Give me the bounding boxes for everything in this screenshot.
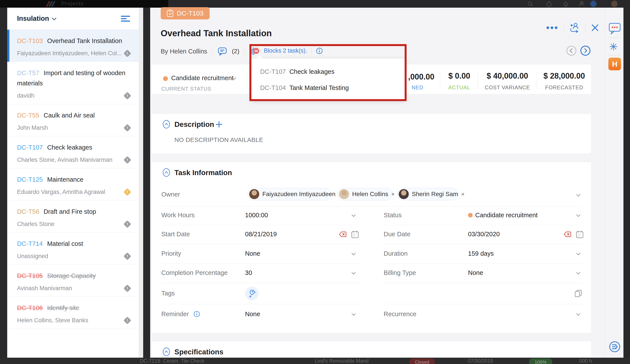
next-task-button[interactable] (580, 45, 591, 56)
task-list-item[interactable]: DC-T714Material costUnassigned! (7, 232, 143, 265)
task-list-item[interactable]: DC-T125MaintenanceEduardo Vargas, Amrith… (7, 168, 143, 200)
divider (312, 48, 312, 54)
field-value[interactable]: Candidate recruitment (475, 212, 538, 219)
bell-icon[interactable] (563, 1, 569, 7)
calendar-icon[interactable] (576, 230, 584, 239)
task-id: DC-T125 (17, 176, 43, 183)
comments-panel-icon[interactable] (608, 23, 621, 34)
calendar-icon[interactable] (351, 230, 359, 239)
remove-owner-icon[interactable]: × (391, 191, 394, 198)
field-value[interactable]: 1000:00 (245, 212, 268, 219)
list-menu-button[interactable] (121, 14, 130, 23)
collapse-section-icon[interactable] (162, 348, 170, 356)
task-list-item[interactable]: DC-T55Caulk and Air sealJohn Marsh! (7, 104, 143, 136)
comment-count[interactable]: (2) (232, 48, 239, 55)
chevron-down-icon[interactable] (352, 213, 356, 217)
chevron-down-icon[interactable] (576, 251, 580, 255)
avatar[interactable] (590, 1, 596, 7)
task-assignees: Charles Stone, Avinash Manivarman (17, 157, 112, 163)
task-line: DC-T55Caulk and Air seal (17, 110, 131, 121)
collapse-section-icon[interactable] (162, 120, 170, 129)
clear-date-icon[interactable] (339, 231, 346, 239)
chevron-down-icon (52, 15, 56, 20)
add-description-icon[interactable] (215, 121, 223, 128)
sidebar-scrollbar[interactable] (139, 8, 143, 358)
task-list-item[interactable]: DC-T57Import and testing of wooden mater… (7, 62, 143, 104)
timer-icon[interactable] (546, 1, 552, 7)
divider (564, 24, 564, 31)
task-id-badge-label: DC-T103 (177, 9, 204, 17)
remove-owner-icon[interactable]: × (461, 191, 464, 198)
field-value[interactable]: None (468, 269, 483, 276)
divider (384, 263, 582, 264)
blocked-task-row[interactable]: DC-T104Tank Material Testing (260, 84, 349, 91)
blocked-task-id: DC-T104 (260, 84, 286, 91)
clear-date-icon[interactable] (564, 231, 571, 239)
chevron-down-icon[interactable] (576, 213, 580, 217)
more-actions-icon[interactable] (546, 26, 558, 29)
bg-task-id: DC-T219 Ceram. Tile Check (140, 358, 204, 364)
blocks-indicator[interactable]: Blocks 2 task(s). (253, 47, 323, 54)
settings-icon[interactable] (578, 1, 584, 7)
description-heading: Description (174, 120, 214, 129)
planned-cost-fragment: ,000.00 (408, 72, 434, 81)
h-app-icon[interactable]: H (608, 58, 621, 70)
previous-task-button[interactable] (566, 45, 577, 56)
priority-flag-icon: ! (124, 252, 131, 260)
assign-workflow-icon[interactable] (570, 23, 580, 33)
apps-icon[interactable]: ✳ (609, 41, 618, 53)
task-meta: Eduardo Vargas, Amritha Agrawal! (17, 189, 131, 195)
field-value[interactable]: 03/30/2020 (468, 231, 500, 238)
collapse-section-icon[interactable] (162, 168, 170, 177)
chevron-down-icon[interactable] (576, 312, 580, 316)
task-author: By Helen Collins (161, 48, 207, 55)
chevron-down-icon[interactable] (352, 251, 356, 255)
field-value[interactable]: 08/21/2019 (245, 231, 277, 238)
field-value[interactable]: 30 (245, 269, 252, 276)
task-list-selector[interactable]: Insulation (17, 15, 56, 22)
chevron-down-icon[interactable] (352, 312, 356, 316)
field-label: Work Hours (161, 212, 195, 219)
task-meta: Avinash Manivarman! (17, 285, 131, 292)
task-id-badge: DC-T103 (161, 7, 210, 19)
priority-flag-icon: ! (124, 317, 131, 324)
task-list-item[interactable]: DC-T106Identify siteHelen Collins, Steve… (7, 297, 143, 329)
task-meta: Faiyazudeen Imtiyazudeen, Helen Col...! (17, 50, 131, 57)
chevron-down-icon[interactable] (576, 192, 580, 196)
task-line: DC-T56Draft and Fire stop (17, 206, 131, 217)
add-tag-button[interactable] (245, 287, 258, 301)
task-id: DC-T106 (17, 304, 43, 311)
close-icon[interactable] (591, 24, 599, 32)
field-value[interactable]: None (245, 311, 260, 318)
field-value[interactable]: 159 days (468, 250, 494, 257)
task-list-item[interactable]: DC-T107Check leakagesCharles Stone, Avin… (7, 136, 143, 168)
comments-icon[interactable] (218, 47, 227, 55)
chevron-down-icon[interactable] (576, 270, 580, 274)
divider (608, 55, 620, 55)
info-icon[interactable] (316, 48, 323, 54)
avatar[interactable] (611, 1, 618, 7)
task-list-item[interactable]: DC-T105Storage CapacityAvinash Manivarma… (7, 265, 143, 297)
info-icon[interactable] (194, 311, 200, 318)
field-label: Due Date (384, 231, 410, 238)
blocked-task-row[interactable]: DC-T107Check leakages (260, 68, 334, 75)
priority-flag-icon: ! (124, 220, 131, 228)
blocked-icon (253, 48, 260, 54)
chevron-down-icon[interactable] (352, 270, 356, 274)
task-list-item[interactable]: DC-T56Draft and Fire stopCharles Stone! (7, 200, 143, 232)
planned-label-fragment: NED (412, 84, 424, 91)
blocked-task-title: Check leakages (290, 68, 334, 75)
divider (161, 206, 582, 206)
task-list-item[interactable]: DC-T103Overhead Tank InstallationFaiyazu… (7, 30, 143, 62)
cost-label: COST VARIANCE (485, 84, 530, 91)
search-icon[interactable] (527, 1, 534, 7)
expand-details-icon[interactable] (609, 341, 620, 353)
current-status-value[interactable]: Candidate recruitment (171, 74, 234, 82)
field-value[interactable]: None (245, 250, 260, 257)
task-information-heading: Task Information (174, 169, 232, 177)
field-label: Status (384, 212, 402, 219)
field-label: Completion Percentage (161, 269, 228, 276)
copy-icon[interactable] (575, 290, 582, 298)
screen: Projects DC-T219 Ceram. Tile Check Lind'… (0, 0, 630, 364)
task-assignees: davidh (17, 92, 34, 99)
